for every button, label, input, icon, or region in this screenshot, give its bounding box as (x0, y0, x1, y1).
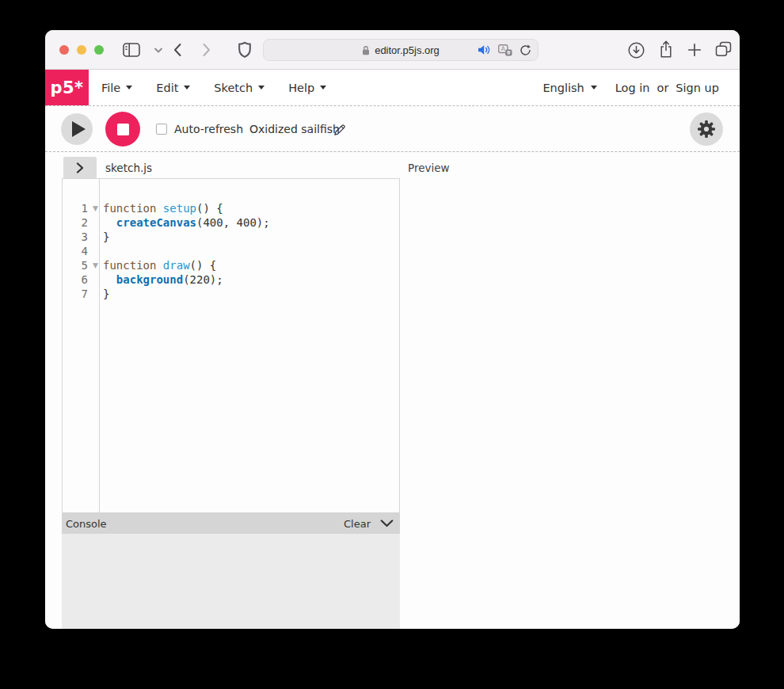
code-token (103, 273, 116, 286)
code-line: background(220); (103, 272, 399, 287)
stop-button[interactable] (105, 112, 140, 147)
auto-refresh-label[interactable]: Auto-refresh (174, 123, 243, 135)
gutter-line[interactable]: 3 (63, 230, 99, 244)
code-line (103, 244, 399, 258)
code-token: (220); (183, 273, 223, 286)
tab-overview-icon[interactable] (715, 41, 732, 57)
address-bar[interactable]: editor.p5js.org A (263, 39, 539, 61)
sketch-toolbar: Auto-refresh Oxidized sailfish (45, 106, 740, 152)
lock-icon (362, 45, 370, 55)
gutter-line[interactable]: 6 (63, 272, 99, 287)
share-icon[interactable] (659, 40, 673, 59)
close-window-button[interactable] (59, 45, 69, 55)
or-text: or (657, 82, 669, 94)
fold-arrow-icon[interactable]: ▼ (93, 258, 98, 272)
line-number: 5 (82, 259, 88, 272)
auto-refresh-checkbox[interactable] (156, 124, 167, 135)
code-token (103, 216, 116, 229)
fold-arrow-icon[interactable]: ▼ (93, 201, 98, 215)
caret-down-icon (320, 86, 326, 89)
line-number: 6 (82, 273, 88, 286)
line-number: 2 (82, 216, 88, 229)
menu-sketch[interactable]: Sketch (209, 82, 269, 94)
console-collapse-icon[interactable] (380, 520, 394, 527)
reload-icon[interactable] (519, 44, 531, 56)
new-tab-icon[interactable] (687, 43, 702, 57)
code-token: } (103, 287, 109, 300)
language-selector[interactable]: English (542, 82, 596, 94)
play-button[interactable] (61, 113, 93, 145)
menu-file[interactable]: File (97, 82, 137, 94)
code-line: createCanvas(400, 400); (103, 215, 399, 230)
login-link[interactable]: Log in (615, 82, 650, 94)
p5-logo[interactable]: p5* (45, 70, 89, 105)
code-token: draw (163, 259, 190, 272)
signup-link[interactable]: Sign up (676, 82, 719, 94)
gutter-line[interactable]: 2 (63, 215, 99, 230)
gear-icon (697, 120, 716, 139)
gutter-line[interactable]: 4 (63, 244, 99, 258)
play-icon (72, 121, 86, 137)
menu-edit-label: Edit (156, 82, 178, 94)
gutter-line[interactable]: 1▼ (63, 201, 99, 215)
forward-icon[interactable] (202, 43, 211, 57)
sidebar-expand-button[interactable] (63, 157, 97, 179)
menu-edit[interactable]: Edit (151, 82, 195, 94)
code-token: background (116, 273, 183, 286)
downloads-icon[interactable] (628, 42, 645, 59)
caret-down-icon (184, 86, 190, 89)
stop-icon (117, 124, 129, 135)
edit-sketch-name-icon[interactable] (333, 124, 346, 139)
privacy-shield-icon[interactable] (238, 41, 252, 59)
line-number-gutter: 1▼ 2 3 4 5▼ 6 7 (63, 179, 100, 512)
code-line: } (103, 287, 399, 301)
nav-right: English Log in or Sign up (542, 70, 719, 105)
line-number: 7 (82, 287, 88, 300)
caret-down-icon (126, 86, 132, 89)
language-label: English (542, 82, 584, 94)
menu-file-label: File (101, 82, 120, 94)
line-number: 4 (82, 245, 88, 257)
caret-down-icon (258, 86, 265, 89)
p5-nav-bar: p5* File Edit Sketch Help English (45, 70, 740, 106)
code-token: function (103, 259, 163, 272)
menu-sketch-label: Sketch (214, 82, 253, 94)
console-output[interactable] (62, 534, 400, 629)
code-line: function setup() { (103, 201, 399, 215)
minimize-window-button[interactable] (77, 45, 86, 55)
svg-text:A: A (501, 45, 506, 52)
gutter-line[interactable]: 7 (63, 287, 99, 301)
zoom-window-button[interactable] (94, 45, 104, 55)
chevron-down-icon[interactable] (154, 48, 163, 54)
menu-help-label: Help (288, 82, 314, 94)
preview-label: Preview (408, 162, 450, 174)
caret-down-icon (591, 86, 597, 89)
url-text: editor.p5js.org (375, 44, 440, 56)
back-icon[interactable] (173, 43, 182, 57)
sketch-name: Oxidized sailfish (249, 123, 340, 135)
console-header: Console Clear (62, 513, 400, 534)
code-area[interactable]: function setup() { createCanvas(400, 400… (100, 179, 399, 512)
menu-bar: File Edit Sketch Help (97, 70, 331, 105)
line-number: 1 (82, 202, 88, 215)
code-token: () { (190, 259, 217, 272)
translate-icon[interactable]: A (498, 44, 512, 56)
ide-content: sketch.js Preview 1▼ 2 3 4 5▼ 6 7 functi… (45, 152, 740, 629)
console-clear-button[interactable]: Clear (344, 518, 371, 530)
menu-help[interactable]: Help (284, 82, 331, 94)
gutter-line[interactable]: 5▼ (63, 258, 99, 272)
code-line: function draw() { (103, 258, 399, 272)
browser-window: editor.p5js.org A (45, 30, 740, 629)
chevron-right-icon (76, 162, 84, 173)
settings-button[interactable] (690, 112, 723, 146)
code-token: } (103, 230, 109, 243)
file-tab-sketchjs[interactable]: sketch.js (105, 162, 152, 174)
code-line: } (103, 230, 399, 244)
audio-playing-icon[interactable] (478, 44, 491, 55)
code-editor[interactable]: 1▼ 2 3 4 5▼ 6 7 function setup() { creat… (62, 178, 400, 513)
code-token: (400, 400); (196, 216, 270, 229)
sidebar-toggle-icon[interactable] (123, 43, 140, 57)
code-token: setup (163, 202, 196, 215)
line-number: 3 (82, 230, 88, 243)
browser-chrome: editor.p5js.org A (45, 30, 740, 70)
